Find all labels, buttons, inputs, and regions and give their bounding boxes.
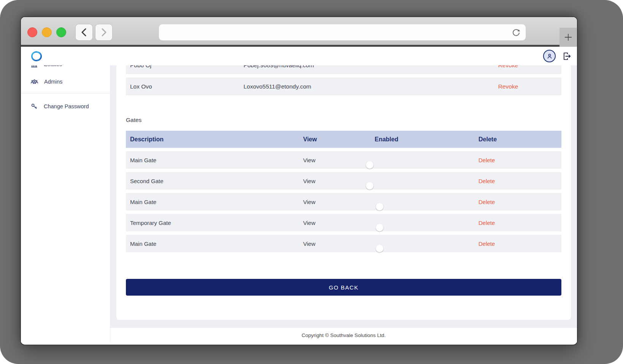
table-row: Second Gate View Delete xyxy=(126,172,561,190)
sidebar-divider xyxy=(21,93,110,93)
go-back-button[interactable]: GO BACK xyxy=(126,279,561,296)
back-button[interactable] xyxy=(75,24,93,41)
table-row: Main Gate View Delete xyxy=(126,193,561,210)
logout-button[interactable] xyxy=(562,51,572,61)
reload-button[interactable] xyxy=(511,28,521,38)
sidebar: Estates Admins xyxy=(21,65,110,343)
app-header xyxy=(21,47,577,65)
new-tab-button[interactable] xyxy=(559,28,577,47)
table-row: Main Gate View Delete xyxy=(126,235,561,252)
column-header-delete: Delete xyxy=(478,136,561,143)
app-body: Estates Admins xyxy=(21,65,577,343)
main-content-area: Pobo Oj Pobej.9089@nuvaeliq.com Revoke L… xyxy=(110,65,577,328)
sidebar-item-estates[interactable]: Estates xyxy=(21,65,110,73)
admin-email: Loxovo5511@etondy.com xyxy=(243,83,455,90)
gates-section-title: Gates xyxy=(126,117,561,123)
traffic-lights xyxy=(27,27,66,37)
admin-email: Pobej.9089@nuvaeliq.com xyxy=(243,65,455,69)
table-row: Pobo Oj Pobej.9089@nuvaeliq.com Revoke xyxy=(126,65,561,74)
view-link[interactable]: View xyxy=(303,220,375,226)
toggle-knob xyxy=(366,161,373,169)
main-column: Pobo Oj Pobej.9089@nuvaeliq.com Revoke L… xyxy=(110,65,577,343)
column-header-description: Description xyxy=(126,136,303,143)
user-icon xyxy=(547,53,553,59)
delete-link[interactable]: Delete xyxy=(478,157,561,163)
admin-name: Pobo Oj xyxy=(126,65,243,69)
column-header-view: View xyxy=(303,136,375,143)
toggle-knob xyxy=(376,224,383,231)
estates-icon xyxy=(30,65,38,68)
delete-link[interactable]: Delete xyxy=(478,220,561,226)
view-link[interactable]: View xyxy=(303,157,375,163)
header-actions xyxy=(543,50,572,62)
sidebar-item-change-password[interactable]: Change Password xyxy=(21,98,110,115)
gates-table-header: Description View Enabled Delete xyxy=(126,131,561,148)
browser-chrome xyxy=(21,17,577,47)
zoom-window-button[interactable] xyxy=(56,27,66,37)
table-row: Main Gate View Delete xyxy=(126,151,561,169)
gates-table: Description View Enabled Delete Main Gat… xyxy=(126,131,561,252)
revoke-link[interactable]: Revoke xyxy=(455,65,561,69)
profile-button[interactable] xyxy=(543,50,556,62)
gate-description: Main Gate xyxy=(126,241,303,247)
browser-window: Estates Admins xyxy=(21,17,577,345)
toggle-knob xyxy=(376,245,383,252)
reload-icon xyxy=(511,28,521,38)
view-link[interactable]: View xyxy=(303,178,375,184)
back-icon xyxy=(80,28,88,36)
app-page: Estates Admins xyxy=(21,47,577,343)
sidebar-item-label: Admins xyxy=(44,79,62,85)
gate-description: Main Gate xyxy=(126,157,303,163)
gate-description: Main Gate xyxy=(126,199,303,205)
revoke-link[interactable]: Revoke xyxy=(455,83,561,90)
plus-icon xyxy=(564,33,573,42)
gate-description: Temporary Gate xyxy=(126,220,303,226)
table-row: Temporary Gate View Delete xyxy=(126,214,561,231)
forward-button[interactable] xyxy=(95,24,113,41)
toggle-knob xyxy=(366,182,373,190)
sidebar-item-label: Change Password xyxy=(44,103,89,109)
gate-description: Second Gate xyxy=(126,178,303,184)
footer: Copyright © Southvale Solutions Ltd. xyxy=(110,328,577,343)
logout-icon xyxy=(562,51,572,61)
admins-icon xyxy=(30,78,38,86)
screenshot-canvas: Estates Admins xyxy=(0,0,623,364)
sidebar-item-admins[interactable]: Admins xyxy=(21,73,110,90)
delete-link[interactable]: Delete xyxy=(478,199,561,205)
toggle-knob xyxy=(376,203,383,210)
view-link[interactable]: View xyxy=(303,199,375,205)
key-icon xyxy=(30,103,38,110)
copyright-text: Copyright © Southvale Solutions Ltd. xyxy=(302,332,386,338)
delete-link[interactable]: Delete xyxy=(478,178,561,184)
content-card: Pobo Oj Pobej.9089@nuvaeliq.com Revoke L… xyxy=(116,65,571,320)
address-bar[interactable] xyxy=(159,24,526,41)
admins-table: Pobo Oj Pobej.9089@nuvaeliq.com Revoke L… xyxy=(126,65,561,95)
nav-buttons xyxy=(75,24,113,41)
table-row: Lox Ovo Loxovo5511@etondy.com Revoke xyxy=(126,78,561,95)
column-header-enabled: Enabled xyxy=(375,136,478,143)
admin-name: Lox Ovo xyxy=(126,83,243,90)
sidebar-item-label: Estates xyxy=(44,65,62,67)
close-window-button[interactable] xyxy=(27,27,37,37)
view-link[interactable]: View xyxy=(303,241,375,247)
minimize-window-button[interactable] xyxy=(42,27,52,37)
company-logo-icon xyxy=(30,50,43,63)
delete-link[interactable]: Delete xyxy=(478,241,561,247)
forward-icon xyxy=(100,28,108,36)
